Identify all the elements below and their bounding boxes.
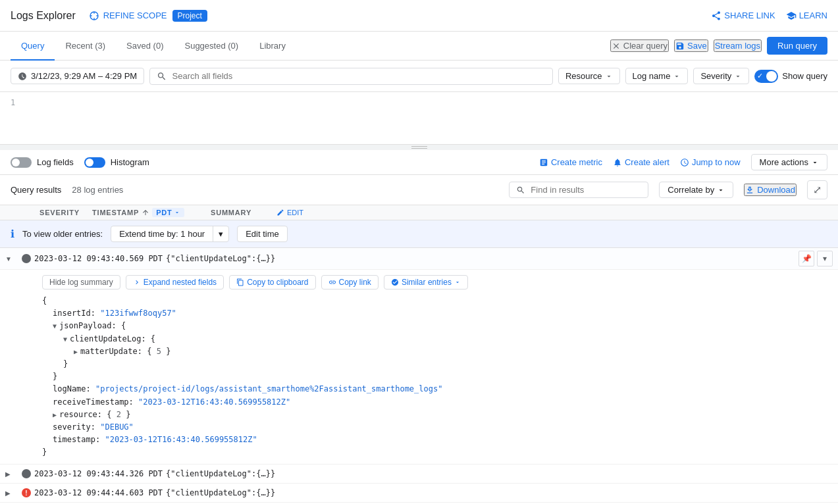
learn-button[interactable]: LEARN xyxy=(786,11,827,21)
search-bar: 3/12/23, 9:29 AM – 4:29 PM Resource Log … xyxy=(0,61,838,92)
copy-clipboard-button[interactable]: Copy to clipboard xyxy=(229,275,315,290)
expand-notice: ℹ To view older entries: Extend time by:… xyxy=(0,220,838,248)
resource-filter[interactable]: Resource xyxy=(558,68,620,84)
hide-log-summary-button[interactable]: Hide log summary xyxy=(42,275,120,290)
pin-icon[interactable]: 📌 xyxy=(799,251,814,266)
show-query-label: Show query xyxy=(782,71,827,81)
run-query-button[interactable]: Run query xyxy=(767,37,827,55)
project-badge: Project xyxy=(172,10,207,22)
edit-time-button[interactable]: Edit time xyxy=(237,226,288,242)
top-header: Logs Explorer REFINE SCOPE Project SHARE… xyxy=(0,0,838,32)
find-input-container xyxy=(509,182,648,198)
tab-query[interactable]: Query xyxy=(11,32,55,61)
json-brace-close: } xyxy=(42,446,806,459)
edit-columns-button[interactable]: EDIT xyxy=(276,209,303,216)
col-summary-header: SUMMARY xyxy=(211,209,276,216)
log-fields-label: Log fields xyxy=(37,157,74,167)
show-query-switch[interactable]: ✓ xyxy=(754,70,778,83)
line-number: 1 xyxy=(11,98,15,107)
log-timestamp: 2023-03-12 09:43:44.326 PDT xyxy=(34,469,166,478)
share-link-button[interactable]: SHARE LINK xyxy=(711,11,775,21)
expand-arrow-icon[interactable]: ▶ xyxy=(5,470,18,478)
expand-row-icon[interactable]: ▾ xyxy=(817,251,833,266)
tab-saved[interactable]: Saved (0) xyxy=(116,32,174,61)
clear-query-label: Clear query xyxy=(623,41,668,51)
severity-filter[interactable]: Severity xyxy=(693,68,749,84)
json-receiveTimestamp: receiveTimestamp: "2023-03-12T16:43:40.5… xyxy=(42,396,806,409)
severity-label: Severity xyxy=(700,71,731,81)
log-row[interactable]: ▶ ! 2023-03-12 09:44:44.603 PDT {"client… xyxy=(0,484,838,502)
learn-label: LEARN xyxy=(799,11,827,20)
expand-arrow-icon[interactable]: ▶ xyxy=(5,490,18,497)
log-fields-switch[interactable] xyxy=(11,157,32,168)
save-label: Save xyxy=(687,41,707,51)
app-title: Logs Explorer xyxy=(11,10,76,22)
json-severity: severity: "DEBUG" xyxy=(42,421,806,434)
notice-info-icon: ℹ xyxy=(11,228,14,240)
tab-suggested[interactable]: Suggested (0) xyxy=(174,32,249,61)
extend-time-main[interactable]: Extend time by: 1 hour xyxy=(111,226,213,241)
download-label: Download xyxy=(757,185,795,195)
results-header: Query results 28 log entries Correlate b… xyxy=(0,175,838,205)
log-summary: {"clientUpdateLog":{…}} xyxy=(166,488,833,497)
expand-results-button[interactable]: ⤢ xyxy=(807,180,827,199)
log-rows-container: ▶ 2023-03-12 09:43:44.326 PDT {"clientUp… xyxy=(0,465,838,504)
log-timestamp: 2023-03-12 09:44:44.603 PDT xyxy=(34,488,166,497)
query-editor[interactable]: 1 xyxy=(0,92,838,145)
tab-library[interactable]: Library xyxy=(249,32,296,61)
extend-time-button[interactable]: Extend time by: 1 hour ▾ xyxy=(111,226,229,242)
severity-icon xyxy=(18,469,34,478)
log-row[interactable]: ▶ 2023-03-12 09:43:44.326 PDT {"clientUp… xyxy=(0,465,838,483)
time-picker[interactable]: 3/12/23, 9:29 AM – 4:29 PM xyxy=(11,68,144,84)
find-input[interactable] xyxy=(531,185,641,195)
save-button[interactable]: Save xyxy=(674,39,708,52)
create-metric-button[interactable]: Create metric xyxy=(539,157,602,167)
log-json: { insertId: "123ifwwf8oqy57" ▼jsonPayloa… xyxy=(42,295,806,459)
filter-chips: Resource Log name Severity xyxy=(558,68,749,84)
severity-icon: ! xyxy=(18,488,34,497)
create-alert-button[interactable]: Create alert xyxy=(613,157,669,167)
editor-resize-handle[interactable] xyxy=(0,145,838,150)
timezone-selector[interactable]: PDT xyxy=(152,208,184,217)
log-summary: {"clientUpdateLog":{…}} xyxy=(166,469,833,478)
col-severity-header: SEVERITY xyxy=(39,209,92,216)
more-actions-button[interactable]: More actions xyxy=(751,154,827,170)
header-actions: SHARE LINK LEARN xyxy=(711,11,827,21)
more-actions-label: More actions xyxy=(760,157,808,167)
clear-query-button[interactable]: Clear query xyxy=(610,39,669,52)
json-jsonPayload: ▼jsonPayload: { xyxy=(42,320,806,332)
collapse-arrow-icon[interactable]: ▼ xyxy=(5,255,18,263)
svg-rect-2 xyxy=(411,148,427,149)
results-count: 28 log entries xyxy=(72,185,123,195)
similar-entries-button[interactable]: Similar entries xyxy=(384,275,468,290)
extend-time-arrow[interactable]: ▾ xyxy=(213,226,228,241)
log-name-filter[interactable]: Log name xyxy=(625,68,689,84)
show-query-toggle[interactable]: ✓ Show query xyxy=(754,70,827,83)
create-metric-label: Create metric xyxy=(551,157,602,167)
create-alert-label: Create alert xyxy=(625,157,669,167)
correlate-by-button[interactable]: Correlate by xyxy=(659,182,733,198)
refine-scope-button[interactable]: REFINE SCOPE xyxy=(89,11,167,21)
results-title: Query results xyxy=(11,185,61,195)
download-button[interactable]: Download xyxy=(744,184,797,196)
share-link-label: SHARE LINK xyxy=(724,11,775,20)
log-entry: ▶ ! 2023-03-12 09:44:44.603 PDT {"client… xyxy=(0,484,838,503)
jump-to-now-button[interactable]: Jump to now xyxy=(680,157,741,167)
nav-tabs: Query Recent (3) Saved (0) Suggested (0)… xyxy=(0,32,838,61)
expand-nested-button[interactable]: Expand nested fields xyxy=(126,275,224,290)
search-input[interactable] xyxy=(172,71,546,81)
log-entry: ▶ 2023-03-12 09:43:44.326 PDT {"clientUp… xyxy=(0,465,838,484)
severity-error-icon: ! xyxy=(22,488,31,497)
stream-logs-label: Stream logs xyxy=(715,41,760,51)
stream-logs-button[interactable]: Stream logs xyxy=(714,39,762,52)
copy-link-button[interactable]: Copy link xyxy=(321,275,379,290)
table-header: SEVERITY TIMESTAMP PDT SUMMARY EDIT xyxy=(0,205,838,220)
tab-recent[interactable]: Recent (3) xyxy=(55,32,116,61)
histogram-switch[interactable] xyxy=(84,157,105,168)
time-range-label: 3/12/23, 9:29 AM – 4:29 PM xyxy=(31,71,137,81)
json-clientUpdateLog-close: } xyxy=(42,358,806,370)
histogram-toggle: Histogram xyxy=(84,157,149,168)
histogram-label: Histogram xyxy=(111,157,149,167)
expanded-log-row[interactable]: ▼ 2023-03-12 09:43:40.569 PDT {"clientUp… xyxy=(0,248,838,269)
detail-toolbar: Hide log summary Expand nested fields Co… xyxy=(42,275,806,290)
